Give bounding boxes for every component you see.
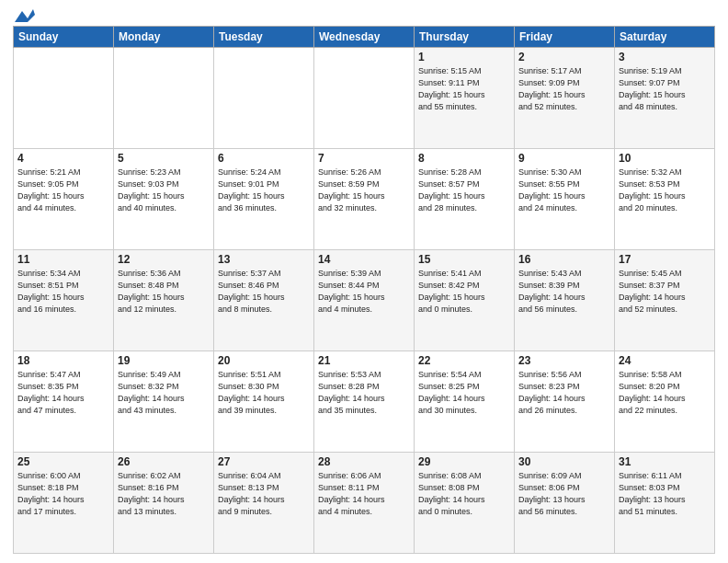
calendar-cell: 23Sunrise: 5:56 AM Sunset: 8:23 PM Dayli… — [515, 351, 615, 453]
calendar-cell: 10Sunrise: 5:32 AM Sunset: 8:53 PM Dayli… — [615, 149, 715, 250]
day-number: 5 — [118, 152, 210, 165]
header-monday: Monday — [114, 27, 214, 48]
logo — [13, 13, 35, 22]
calendar-cell: 19Sunrise: 5:49 AM Sunset: 8:32 PM Dayli… — [114, 351, 214, 453]
calendar-table: Sunday Monday Tuesday Wednesday Thursday… — [13, 26, 715, 554]
day-info: Sunrise: 5:24 AM Sunset: 9:01 PM Dayligh… — [218, 167, 310, 214]
day-number: 3 — [619, 51, 711, 63]
header — [13, 9, 715, 22]
calendar-cell: 3Sunrise: 5:19 AM Sunset: 9:07 PM Daylig… — [615, 48, 715, 149]
calendar-cell: 16Sunrise: 5:43 AM Sunset: 8:39 PM Dayli… — [515, 250, 615, 351]
day-info: Sunrise: 5:49 AM Sunset: 8:32 PM Dayligh… — [118, 369, 210, 417]
calendar-cell: 20Sunrise: 5:51 AM Sunset: 8:30 PM Dayli… — [214, 351, 314, 453]
day-number: 31 — [619, 455, 711, 468]
day-info: Sunrise: 5:58 AM Sunset: 8:20 PM Dayligh… — [619, 369, 711, 417]
day-info: Sunrise: 5:15 AM Sunset: 9:11 PM Dayligh… — [418, 65, 510, 113]
day-info: Sunrise: 6:00 AM Sunset: 8:18 PM Dayligh… — [17, 470, 109, 518]
day-info: Sunrise: 6:11 AM Sunset: 8:03 PM Dayligh… — [619, 470, 711, 518]
day-info: Sunrise: 5:36 AM Sunset: 8:48 PM Dayligh… — [118, 268, 210, 316]
day-number: 11 — [17, 253, 109, 266]
calendar-cell — [314, 48, 415, 149]
calendar-header-row: Sunday Monday Tuesday Wednesday Thursday… — [14, 27, 715, 48]
day-number: 27 — [218, 455, 310, 468]
day-number: 13 — [218, 253, 310, 266]
calendar-cell: 31Sunrise: 6:11 AM Sunset: 8:03 PM Dayli… — [615, 453, 715, 554]
header-sunday: Sunday — [14, 27, 114, 48]
day-info: Sunrise: 5:26 AM Sunset: 8:59 PM Dayligh… — [318, 167, 410, 214]
day-number: 18 — [17, 354, 109, 367]
calendar-cell: 4Sunrise: 5:21 AM Sunset: 9:05 PM Daylig… — [14, 149, 114, 250]
calendar-cell: 13Sunrise: 5:37 AM Sunset: 8:46 PM Dayli… — [214, 250, 314, 351]
day-info: Sunrise: 6:08 AM Sunset: 8:08 PM Dayligh… — [418, 470, 510, 518]
calendar-week-row: 25Sunrise: 6:00 AM Sunset: 8:18 PM Dayli… — [14, 453, 715, 554]
day-info: Sunrise: 5:19 AM Sunset: 9:07 PM Dayligh… — [619, 65, 711, 113]
day-info: Sunrise: 5:39 AM Sunset: 8:44 PM Dayligh… — [318, 268, 410, 316]
day-info: Sunrise: 5:32 AM Sunset: 8:53 PM Dayligh… — [619, 167, 711, 214]
day-number: 10 — [619, 152, 711, 165]
day-info: Sunrise: 5:56 AM Sunset: 8:23 PM Dayligh… — [518, 369, 610, 417]
day-info: Sunrise: 5:53 AM Sunset: 8:28 PM Dayligh… — [318, 369, 410, 417]
svg-marker-0 — [15, 9, 35, 22]
day-number: 15 — [418, 253, 510, 266]
calendar-cell: 24Sunrise: 5:58 AM Sunset: 8:20 PM Dayli… — [615, 351, 715, 453]
day-info: Sunrise: 5:30 AM Sunset: 8:55 PM Dayligh… — [518, 167, 610, 214]
day-number: 30 — [518, 455, 610, 468]
day-number: 12 — [118, 253, 210, 266]
calendar-cell: 29Sunrise: 6:08 AM Sunset: 8:08 PM Dayli… — [415, 453, 515, 554]
calendar-cell: 12Sunrise: 5:36 AM Sunset: 8:48 PM Dayli… — [114, 250, 214, 351]
day-number: 25 — [17, 455, 109, 468]
calendar-cell: 8Sunrise: 5:28 AM Sunset: 8:57 PM Daylig… — [415, 149, 515, 250]
page: Sunday Monday Tuesday Wednesday Thursday… — [0, 0, 728, 563]
day-number: 24 — [619, 354, 711, 367]
calendar-cell — [14, 48, 114, 149]
day-number: 6 — [218, 152, 310, 165]
day-info: Sunrise: 5:37 AM Sunset: 8:46 PM Dayligh… — [218, 268, 310, 316]
header-friday: Friday — [515, 27, 615, 48]
day-number: 16 — [518, 253, 610, 266]
day-number: 23 — [518, 354, 610, 367]
calendar-week-row: 1Sunrise: 5:15 AM Sunset: 9:11 PM Daylig… — [14, 48, 715, 149]
day-number: 9 — [518, 152, 610, 165]
day-number: 29 — [418, 455, 510, 468]
day-info: Sunrise: 5:51 AM Sunset: 8:30 PM Dayligh… — [218, 369, 310, 417]
header-thursday: Thursday — [415, 27, 515, 48]
day-info: Sunrise: 5:54 AM Sunset: 8:25 PM Dayligh… — [418, 369, 510, 417]
day-info: Sunrise: 6:06 AM Sunset: 8:11 PM Dayligh… — [318, 470, 410, 518]
day-info: Sunrise: 6:02 AM Sunset: 8:16 PM Dayligh… — [118, 470, 210, 518]
calendar-cell: 14Sunrise: 5:39 AM Sunset: 8:44 PM Dayli… — [314, 250, 415, 351]
calendar-cell: 5Sunrise: 5:23 AM Sunset: 9:03 PM Daylig… — [114, 149, 214, 250]
calendar-week-row: 18Sunrise: 5:47 AM Sunset: 8:35 PM Dayli… — [14, 351, 715, 453]
day-info: Sunrise: 5:41 AM Sunset: 8:42 PM Dayligh… — [418, 268, 510, 316]
calendar-cell: 15Sunrise: 5:41 AM Sunset: 8:42 PM Dayli… — [415, 250, 515, 351]
day-number: 7 — [318, 152, 410, 165]
calendar-cell: 21Sunrise: 5:53 AM Sunset: 8:28 PM Dayli… — [314, 351, 415, 453]
calendar-cell — [214, 48, 314, 149]
calendar-cell: 6Sunrise: 5:24 AM Sunset: 9:01 PM Daylig… — [214, 149, 314, 250]
calendar-cell: 27Sunrise: 6:04 AM Sunset: 8:13 PM Dayli… — [214, 453, 314, 554]
day-info: Sunrise: 5:45 AM Sunset: 8:37 PM Dayligh… — [619, 268, 711, 316]
calendar-cell: 22Sunrise: 5:54 AM Sunset: 8:25 PM Dayli… — [415, 351, 515, 453]
day-info: Sunrise: 6:09 AM Sunset: 8:06 PM Dayligh… — [518, 470, 610, 518]
calendar-week-row: 4Sunrise: 5:21 AM Sunset: 9:05 PM Daylig… — [14, 149, 715, 250]
day-number: 21 — [318, 354, 410, 367]
calendar-week-row: 11Sunrise: 5:34 AM Sunset: 8:51 PM Dayli… — [14, 250, 715, 351]
logo-bird-icon — [15, 9, 35, 26]
calendar-cell: 26Sunrise: 6:02 AM Sunset: 8:16 PM Dayli… — [114, 453, 214, 554]
day-info: Sunrise: 6:04 AM Sunset: 8:13 PM Dayligh… — [218, 470, 310, 518]
day-number: 26 — [118, 455, 210, 468]
calendar-cell: 25Sunrise: 6:00 AM Sunset: 8:18 PM Dayli… — [14, 453, 114, 554]
day-number: 8 — [418, 152, 510, 165]
day-number: 4 — [17, 152, 109, 165]
calendar-cell: 18Sunrise: 5:47 AM Sunset: 8:35 PM Dayli… — [14, 351, 114, 453]
day-info: Sunrise: 5:47 AM Sunset: 8:35 PM Dayligh… — [17, 369, 109, 417]
day-info: Sunrise: 5:28 AM Sunset: 8:57 PM Dayligh… — [418, 167, 510, 214]
calendar-cell: 7Sunrise: 5:26 AM Sunset: 8:59 PM Daylig… — [314, 149, 415, 250]
calendar-cell: 1Sunrise: 5:15 AM Sunset: 9:11 PM Daylig… — [415, 48, 515, 149]
header-saturday: Saturday — [615, 27, 715, 48]
day-info: Sunrise: 5:17 AM Sunset: 9:09 PM Dayligh… — [518, 65, 610, 113]
day-number: 2 — [518, 51, 610, 63]
day-number: 19 — [118, 354, 210, 367]
calendar-cell: 9Sunrise: 5:30 AM Sunset: 8:55 PM Daylig… — [515, 149, 615, 250]
day-info: Sunrise: 5:23 AM Sunset: 9:03 PM Dayligh… — [118, 167, 210, 214]
calendar-cell: 17Sunrise: 5:45 AM Sunset: 8:37 PM Dayli… — [615, 250, 715, 351]
